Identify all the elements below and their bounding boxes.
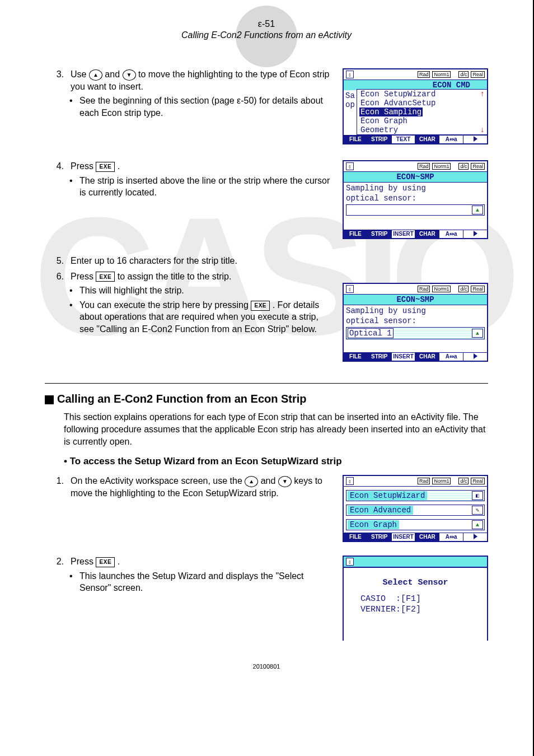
status-tag: Norm1	[432, 478, 451, 484]
fkey-file[interactable]: FILE	[344, 353, 368, 361]
strip-label: Econ SetupWizard	[348, 491, 427, 500]
step-6-text: Press EXE to assign the title to the str…	[67, 270, 331, 283]
fkey-alpha[interactable]: A⇔a	[439, 353, 463, 361]
fkey-char[interactable]: CHAR	[415, 353, 439, 361]
fkey-more[interactable]	[463, 533, 487, 541]
fkey-file[interactable]: FILE	[344, 533, 368, 541]
step-4-bullet: The strip is inserted above the line or …	[79, 175, 331, 199]
fkey-char[interactable]: CHAR	[415, 533, 439, 541]
screen-text-frag: op	[345, 100, 357, 109]
fkey-strip[interactable]: STRIP	[368, 136, 392, 143]
heading-square-icon	[45, 395, 54, 404]
step-6-bullet1: This will highlight the strip.	[79, 284, 184, 297]
screen-doc-title: ECON~SMP	[344, 295, 487, 305]
scroll-down-arrow-icon[interactable]: ↓	[480, 125, 485, 134]
exe-key-icon: EXE	[96, 162, 115, 172]
status-tag: d/c	[458, 286, 469, 292]
step-3-number: 3.	[45, 68, 64, 92]
bullet-icon: •	[69, 299, 75, 335]
battery-icon: ▯	[346, 71, 354, 78]
exe-key-icon: EXE	[96, 557, 115, 567]
screen-select-sensor: ▯ Select Sensor CASIO :[F1] VERNIER:[F2]	[343, 556, 488, 641]
popup-item-selected[interactable]: Econ Sampling	[359, 108, 423, 116]
fkey-alpha[interactable]: A⇔a	[439, 136, 463, 143]
fkey-char[interactable]: CHAR	[415, 230, 439, 238]
strip-label: Econ Graph	[348, 520, 399, 529]
section-intro-text: This section explains operations for eac…	[45, 411, 488, 448]
fkey-strip[interactable]: STRIP	[368, 353, 392, 361]
step-3-bullet: See the beginning of this section (page …	[79, 95, 331, 119]
fkey-more[interactable]	[463, 230, 487, 238]
sec2-step-2-number: 2.	[45, 556, 64, 568]
step-4-number: 4.	[45, 160, 64, 172]
fkey-file[interactable]: FILE	[344, 230, 368, 238]
sec2-step-2-bullet: This launches the Setup Wizard and displ…	[79, 570, 331, 594]
status-tag: Rad	[418, 478, 430, 484]
screen-econ-strips: ▯ Rad Norm1 d/c Real Econ SetupWizard ◧	[343, 475, 488, 542]
fkey-more[interactable]	[463, 353, 487, 361]
bullet-icon: •	[69, 95, 75, 119]
fkey-file[interactable]: FILE	[344, 136, 368, 143]
fkey-strip[interactable]: STRIP	[368, 230, 392, 238]
fkey-alpha[interactable]: A⇔a	[439, 230, 463, 238]
fkey-alpha[interactable]: A⇔a	[439, 533, 463, 541]
screen-menu-popup: ▯ Rad Norm1 d/c Real ECON CMD Sa	[343, 68, 488, 144]
bullet-icon: •	[69, 570, 75, 594]
step-5-number: 5.	[45, 255, 64, 267]
status-tag: d/c	[458, 71, 469, 78]
sub-heading: • To access the Setup Wizard from an Eco…	[45, 456, 488, 467]
status-tag: Real	[471, 163, 485, 170]
sec2-step-1-text: On the eActivity workspace screen, use t…	[67, 475, 331, 499]
up-key-icon: ▲	[245, 476, 258, 487]
select-sensor-dialog: Select Sensor CASIO :[F1] VERNIER:[F2]	[344, 568, 487, 641]
status-tag: Rad	[418, 163, 430, 170]
strip-optical-selected[interactable]: Optical 1 ▲	[346, 327, 485, 339]
fkey-insert[interactable]: INSERT	[392, 533, 416, 541]
fkey-char[interactable]: CHAR	[415, 136, 439, 143]
dialog-option-vernier[interactable]: VERNIER:[F2]	[346, 605, 485, 615]
page-chapter-title: Calling E-Con2 Functions from an eActivi…	[45, 30, 488, 40]
battery-icon: ▯	[346, 477, 354, 485]
wizard-strip-icon: ◧	[472, 491, 483, 500]
fkey-text[interactable]: TEXT	[392, 136, 416, 143]
status-tag: d/c	[458, 163, 469, 170]
footer-code: 20100801	[45, 663, 488, 670]
screen-text-line: optical sensor:	[346, 316, 485, 326]
step-3-text: Use ▲ and ▼ to move the highlighting to …	[67, 68, 331, 92]
popup-item[interactable]: Econ Graph	[359, 116, 409, 125]
battery-icon: ▯	[346, 285, 354, 293]
status-tag: Norm1	[432, 286, 451, 292]
advanced-strip-icon: ✎	[472, 506, 483, 515]
exe-key-icon: EXE	[251, 301, 270, 311]
bullet-icon: •	[69, 284, 75, 297]
strip-advanced[interactable]: Econ Advanced ✎	[346, 505, 485, 516]
step-5-text: Enter up to 16 characters for the strip …	[67, 255, 331, 267]
step-4-text: Press EXE .	[67, 160, 331, 172]
dialog-title: Select Sensor	[346, 578, 485, 587]
popup-item[interactable]: Econ AdvancSetup	[359, 99, 437, 108]
fkey-more[interactable]	[463, 136, 487, 143]
fkey-insert[interactable]: INSERT	[392, 230, 416, 238]
status-tag: Real	[471, 286, 485, 292]
section-divider	[45, 383, 488, 384]
strip-input-empty[interactable]: ▲	[346, 204, 485, 216]
screen-text-line: Sampling by using	[346, 184, 485, 194]
popup-item[interactable]: Econ SetupWizard	[359, 90, 437, 99]
dialog-option-casio[interactable]: CASIO :[F1]	[346, 594, 485, 605]
status-tag: Norm1	[432, 163, 451, 170]
more-arrow-icon	[474, 231, 477, 236]
status-tag: Real	[471, 71, 485, 78]
screen-text-line: Sampling by using	[346, 306, 485, 316]
popup-item[interactable]: Geometry	[359, 125, 399, 134]
strip-setupwizard-selected[interactable]: Econ SetupWizard ◧	[346, 490, 485, 501]
fkey-insert[interactable]: INSERT	[392, 353, 416, 361]
scroll-up-arrow-icon[interactable]: ↑	[480, 90, 485, 99]
fkey-strip[interactable]: STRIP	[368, 533, 392, 541]
battery-icon: ▯	[346, 162, 354, 170]
strip-label: Econ Advanced	[348, 506, 413, 515]
down-key-icon: ▼	[123, 69, 136, 81]
down-key-icon: ▼	[278, 476, 292, 487]
section-heading: Calling an E-Con2 Function from an Econ …	[45, 393, 488, 405]
strip-graph[interactable]: Econ Graph ▲	[346, 519, 485, 530]
page-number: ε-51	[45, 17, 488, 29]
